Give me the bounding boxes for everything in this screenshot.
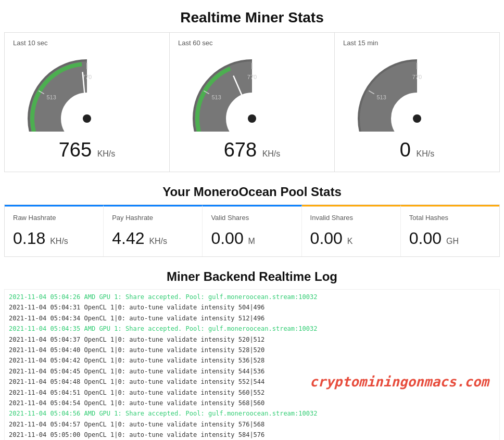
gauge-value-1: 678 KH/s [178,139,326,161]
log-line: 2021-11-04 05:04:57 OpenCL 1|0: auto-tun… [9,419,495,430]
stat-value-total-hashes: 0.00 GH [409,229,491,248]
stat-label-raw-hashrate: Raw Hashrate [13,214,95,222]
log-line: 2021-11-04 05:04:42 OpenCL 1|0: auto-tun… [9,355,495,366]
stat-value-raw-hashrate: 0.18 KH/s [13,229,95,248]
gauge-svg-1: 0257513770 [184,51,320,132]
log-line: 2021-11-04 05:04:54 OpenCL 1|0: auto-tun… [9,398,495,408]
stat-label-total-hashes: Total Hashes [409,214,491,222]
gauge-label-1: Last 60 sec [178,39,326,47]
log-section-title: Miner Backend Realtime Log [4,261,500,289]
stat-cell-valid-shares: Valid Shares0.00 M [203,205,301,256]
gauge-value-2: 0 KH/s [343,139,491,161]
stat-label-invalid-shares: Invalid Shares [310,214,392,222]
log-line: 2021-11-04 05:04:40 OpenCL 1|0: auto-tun… [9,345,495,355]
pool-stats-container: Raw Hashrate0.18 KH/sPay Hashrate4.42 KH… [4,204,500,257]
svg-text:513: 513 [376,94,386,100]
gauge-panel-0: Last 10 sec0257513770765 KH/s [5,33,170,172]
log-line: 2021-11-04 05:04:45 OpenCL 1|0: auto-tun… [9,366,495,377]
page-title: Realtime Miner Stats [0,0,504,32]
stat-value-valid-shares: 0.00 M [211,229,293,248]
gauge-label-0: Last 10 sec [13,39,161,47]
log-section: Miner Backend Realtime Log 2021-11-04 05… [4,261,500,440]
gauges-section: Last 10 sec0257513770765 KH/sLast 60 sec… [4,32,500,172]
stat-cell-raw-hashrate: Raw Hashrate0.18 KH/s [5,205,104,256]
log-line: 2021-11-04 05:04:26 AMD GPU 1: Share acc… [9,292,495,302]
pool-stats-row: Raw Hashrate0.18 KH/sPay Hashrate4.42 KH… [5,205,499,256]
svg-point-29 [413,114,421,123]
gauge-panel-2: Last 15 min02575137700 KH/s [335,33,499,172]
log-line: 2021-11-04 05:04:56 AMD GPU 1: Share acc… [9,408,495,419]
gauge-svg-0: 0257513770 [19,51,155,132]
gauge-svg-2: 0257513770 [349,51,485,132]
gauge-value-0: 765 KH/s [13,139,161,161]
svg-text:770: 770 [247,74,257,80]
stat-value-invalid-shares: 0.00 K [310,229,392,248]
log-line: 2021-11-04 05:04:31 OpenCL 1|0: auto-tun… [9,302,495,313]
log-line: 2021-11-04 05:05:00 OpenCL 1|0: auto-tun… [9,430,495,440]
svg-text:770: 770 [412,74,422,80]
log-container[interactable]: 2021-11-04 05:04:26 AMD GPU 1: Share acc… [4,289,500,440]
stat-value-pay-hashrate: 4.42 KH/s [112,229,194,248]
svg-point-9 [83,114,91,123]
stat-cell-invalid-shares: Invalid Shares0.00 K [302,205,401,256]
stat-cell-pay-hashrate: Pay Hashrate4.42 KH/s [104,205,203,256]
log-line: 2021-11-04 05:04:51 OpenCL 1|0: auto-tun… [9,387,495,398]
log-line: 2021-11-04 05:04:37 OpenCL 1|0: auto-tun… [9,334,495,345]
stat-label-valid-shares: Valid Shares [211,214,293,222]
gauge-panel-1: Last 60 sec0257513770678 KH/s [170,33,335,172]
stat-label-pay-hashrate: Pay Hashrate [112,214,194,222]
svg-text:513: 513 [211,94,221,100]
stat-cell-total-hashes: Total Hashes0.00 GH [401,205,499,256]
svg-point-19 [248,114,256,123]
svg-text:513: 513 [46,94,56,100]
log-line: 2021-11-04 05:04:35 AMD GPU 1: Share acc… [9,323,495,334]
log-line: 2021-11-04 05:04:48 OpenCL 1|0: auto-tun… [9,377,495,387]
log-line: 2021-11-04 05:04:34 OpenCL 1|0: auto-tun… [9,313,495,323]
pool-section-title: Your MoneroOcean Pool Stats [0,172,504,204]
gauge-label-2: Last 15 min [343,39,491,47]
